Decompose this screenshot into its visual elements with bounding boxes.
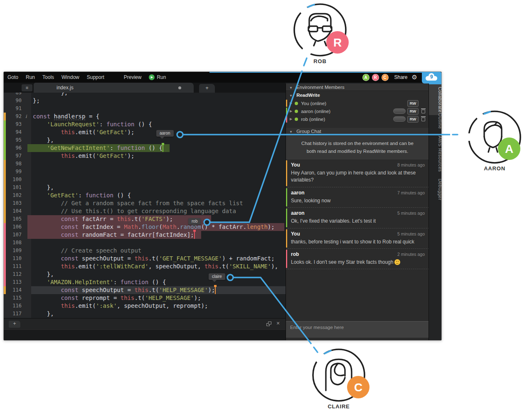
code-line[interactable]: 112 },: [4, 270, 286, 278]
code-line[interactable]: 97 this.emit('GetFact');: [4, 152, 286, 160]
member-chip-R[interactable]: R: [372, 74, 379, 81]
code-content[interactable]: // Create speech output: [31, 247, 286, 255]
code-content[interactable]: const randomFact = factArr[factIndex];: [31, 231, 286, 239]
code-line[interactable]: 108: [4, 239, 286, 247]
code-line[interactable]: 99: [4, 168, 286, 176]
code-line[interactable]: 109 // Create speech output: [4, 247, 286, 255]
code-line[interactable]: 92iconst handlersp = {: [4, 113, 286, 120]
code-content[interactable]: const speechOutput = this.t('GET_FACT_ME…: [31, 255, 286, 263]
code-content[interactable]: [31, 239, 286, 247]
menu-window[interactable]: Window: [58, 74, 83, 80]
code-line[interactable]: 100: [4, 176, 286, 184]
code-line[interactable]: 115 const reprompt = this.t('HELP_MESSAG…: [4, 294, 286, 302]
new-tab-button[interactable]: +: [199, 84, 215, 93]
menu-run[interactable]: Run: [22, 74, 39, 80]
code-content[interactable]: },: [31, 93, 286, 97]
code-line[interactable]: 117 },: [4, 310, 286, 318]
code-line[interactable]: 94 this.emit('GetFact');: [4, 128, 286, 136]
code-content[interactable]: const speechOutput = this.t('HELP_MESSAG…: [31, 286, 286, 294]
code-line[interactable]: 116 this.emit(':ask', speechOutput, repr…: [4, 302, 286, 310]
code-content[interactable]: const reprompt = this.t('HELP_MESSAGE');: [31, 294, 286, 302]
delete-member-icon[interactable]: [421, 116, 426, 122]
code-line[interactable]: 104 // Use this.t() to get corresponding…: [4, 207, 286, 215]
message-timestamp: 7 minutes ago: [397, 190, 425, 195]
code-content[interactable]: },: [31, 136, 286, 144]
code-content[interactable]: },: [31, 310, 286, 318]
code-line[interactable]: 103 // Get a random space fact from the …: [4, 199, 286, 207]
code-line[interactable]: 93 'LaunchRequest': function () {: [4, 120, 286, 128]
group-chat-header[interactable]: ▼ Group Chat: [286, 128, 429, 135]
expand-triangle-icon[interactable]: ▶: [290, 109, 292, 113]
code-content[interactable]: // Get a random space fact from the spac…: [31, 199, 286, 207]
rw-badge[interactable]: RW: [407, 116, 419, 123]
code-content[interactable]: this.emit(':tellWithCard', speechOutput,…: [31, 263, 286, 270]
code-line[interactable]: 105 const factArr = this.t('FACTS');: [4, 215, 286, 223]
member-row[interactable]: ▶You (online)RW: [286, 99, 429, 107]
expand-triangle-icon[interactable]: ▶: [290, 117, 292, 121]
code-line[interactable]: 111 this.emit(':tellWithCard', speechOut…: [4, 263, 286, 270]
menu-goto[interactable]: Goto: [4, 74, 22, 80]
file-list-icon[interactable]: ≡: [22, 84, 32, 91]
code-content[interactable]: const factArr = this.t('FACTS');: [31, 215, 286, 223]
code-line[interactable]: 101 },: [4, 184, 286, 191]
code-content[interactable]: // Use this.t() to get corresponding lan…: [31, 207, 286, 215]
code-line[interactable]: 98: [4, 160, 286, 168]
member-chip-C[interactable]: C: [382, 74, 389, 81]
code-line[interactable]: 102 'GetFact': function () {: [4, 191, 286, 199]
chat-message-input[interactable]: [286, 321, 429, 338]
access-toggle[interactable]: [393, 108, 406, 114]
code-content[interactable]: const handlersp = {: [31, 113, 286, 120]
rw-badge[interactable]: RW: [407, 100, 419, 107]
side-tab-outline[interactable]: Outline: [429, 110, 442, 131]
code-editor[interactable]: 89 },90};9192iconst handlersp = {93 'Lau…: [4, 93, 286, 318]
menu-support[interactable]: Support: [83, 74, 108, 80]
share-button[interactable]: Share: [394, 74, 408, 80]
new-console-tab-button[interactable]: +: [9, 321, 20, 328]
avatar-rob: R ROB: [289, 2, 351, 64]
code-content[interactable]: };: [31, 97, 286, 105]
console-area[interactable]: [4, 329, 286, 341]
side-tab-aws-resources[interactable]: AWS Resources: [429, 133, 442, 174]
code-content[interactable]: 'AMAZON.HelpIntent': function () {: [31, 278, 286, 286]
close-icon[interactable]: ×: [276, 320, 280, 327]
menu-tools[interactable]: Tools: [39, 74, 58, 80]
code-content[interactable]: },: [31, 184, 286, 191]
code-line[interactable]: 110 const speechOutput = this.t('GET_FAC…: [4, 255, 286, 263]
restore-panes-icon[interactable]: [266, 322, 272, 327]
expand-triangle-icon[interactable]: ▶: [290, 101, 292, 105]
code-content[interactable]: [31, 160, 286, 168]
code-text: const factIndex = Math.floor(Math.random…: [31, 223, 286, 231]
code-line[interactable]: 106 const factIndex = Math.floor(Math.ra…: [4, 223, 286, 231]
code-content[interactable]: [31, 168, 286, 176]
member-row[interactable]: ▶rob (online)RW: [286, 115, 429, 123]
code-content[interactable]: this.emit(':ask', speechOutput, reprompt…: [31, 302, 286, 310]
code-line[interactable]: 95 },: [4, 136, 286, 144]
code-content[interactable]: this.emit('GetFact');: [31, 152, 286, 160]
code-line[interactable]: 96 'GetNewFactIntent': function () {: [4, 144, 286, 152]
preview-button[interactable]: Preview: [120, 74, 146, 80]
environment-members-header[interactable]: ▼ Environment Members: [286, 83, 429, 91]
code-line[interactable]: 91: [4, 105, 286, 113]
readwrite-group-header[interactable]: ▼ ReadWrite: [286, 91, 429, 99]
member-chip-A[interactable]: A: [362, 74, 369, 81]
rw-badge[interactable]: RW: [407, 108, 419, 115]
delete-member-icon[interactable]: [421, 108, 426, 114]
code-content[interactable]: const factIndex = Math.floor(Math.random…: [31, 223, 286, 231]
code-content[interactable]: 'GetNewFactIntent': function () {: [31, 144, 286, 152]
code-line[interactable]: 90};: [4, 97, 286, 105]
code-line[interactable]: 114 const speechOutput = this.t('HELP_ME…: [4, 286, 286, 294]
code-line[interactable]: 89 },: [4, 93, 286, 97]
member-row[interactable]: ▶aaron (online)RW: [286, 107, 429, 115]
code-line[interactable]: 107 const randomFact = factArr[factIndex…: [4, 231, 286, 239]
access-toggle[interactable]: [393, 116, 406, 122]
code-content[interactable]: },: [31, 270, 286, 278]
code-content[interactable]: [31, 176, 286, 184]
side-tab-debugger[interactable]: Debugger: [429, 176, 442, 203]
code-content[interactable]: 'LaunchRequest': function () {: [31, 120, 286, 128]
code-line[interactable]: 113 'AMAZON.HelpIntent': function () {: [4, 278, 286, 286]
settings-gear-icon[interactable]: ⚙: [412, 74, 417, 81]
tab-index-js[interactable]: index.js: [34, 83, 194, 93]
code-content[interactable]: [31, 105, 286, 113]
run-button[interactable]: ▶ Run: [145, 74, 169, 80]
code-content[interactable]: 'GetFact': function () {: [31, 191, 286, 199]
